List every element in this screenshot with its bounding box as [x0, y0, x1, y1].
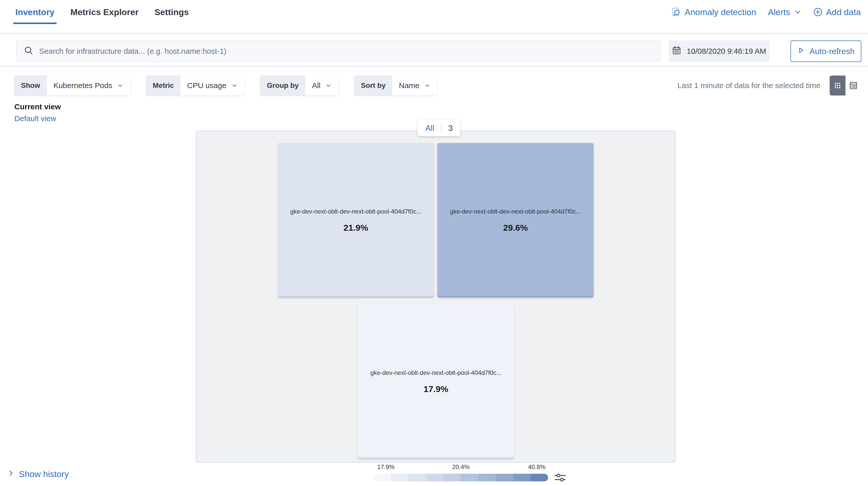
grid-dots-icon	[833, 81, 842, 90]
anomaly-detection-link[interactable]: Anomaly detection	[671, 7, 756, 17]
group-badge-count: 3	[442, 123, 460, 133]
show-filter-dropdown[interactable]: Kubernetes Pods	[47, 76, 130, 95]
gradient-segment	[391, 474, 408, 481]
tab-metrics-explorer[interactable]: Metrics Explorer	[70, 0, 138, 24]
add-data-label: Add data	[826, 7, 861, 17]
infrastructure-inventory-page: Inventory Metrics Explorer Settings Anom…	[0, 0, 868, 486]
legend-options-icon[interactable]	[554, 472, 566, 483]
group-all-badge[interactable]: All 3	[417, 120, 460, 136]
search-row: 10/08/2020 9:46:19 AM Auto-refresh	[0, 40, 868, 62]
anomaly-detection-label: Anomaly detection	[684, 7, 756, 17]
chevron-right-icon	[7, 469, 15, 479]
sort-by-filter-label: Sort by	[354, 76, 392, 95]
legend-labels: 17.9% 20.4% 40.8%	[374, 463, 548, 472]
metric-filter: Metric CPU usage	[146, 76, 244, 95]
tab-settings[interactable]: Settings	[155, 0, 189, 24]
show-history-label: Show history	[19, 469, 69, 479]
search-icon	[24, 46, 33, 57]
color-legend: 17.9% 20.4% 40.8%	[374, 463, 548, 482]
search-input[interactable]	[39, 47, 653, 56]
pod-node-label: gke-dev-next-oblt-dev-next-oblt-pool-404…	[290, 208, 421, 215]
app-tabs: Inventory Metrics Explorer Settings	[16, 0, 189, 24]
pod-node[interactable]: gke-dev-next-oblt-dev-next-oblt-pool-404…	[437, 143, 594, 297]
pod-node-value: 21.9%	[343, 223, 368, 233]
calendar-icon	[672, 46, 681, 57]
default-view-link[interactable]: Default view	[14, 114, 61, 123]
metric-filter-label: Metric	[146, 76, 180, 95]
gradient-segment	[478, 474, 496, 481]
show-filter-label: Show	[14, 76, 47, 95]
group-by-filter: Group by All	[260, 76, 339, 95]
gradient-segment	[513, 474, 531, 481]
plus-circle-icon	[813, 7, 823, 17]
alerts-label: Alerts	[768, 7, 790, 17]
gradient-segment	[443, 474, 461, 481]
group-badge-all-label[interactable]: All	[418, 123, 441, 133]
add-data-link[interactable]: Add data	[813, 7, 861, 17]
chevron-down-icon	[424, 82, 431, 89]
time-range-hint: Last 1 minute of data for the selected t…	[677, 81, 820, 90]
chevron-down-icon	[325, 82, 332, 89]
tab-inventory[interactable]: Inventory	[16, 0, 55, 24]
gradient-segment	[531, 474, 548, 481]
search-box	[16, 40, 660, 62]
map-view-button[interactable]	[830, 76, 845, 95]
legend-label-mid: 20.4%	[452, 463, 470, 470]
chevron-down-icon	[794, 8, 802, 16]
pod-node[interactable]: gke-dev-next-oblt-dev-next-oblt-pool-404…	[358, 304, 514, 459]
group-by-filter-dropdown[interactable]: All	[305, 76, 338, 95]
sort-by-filter-value: Name	[399, 81, 420, 90]
anomaly-detection-icon	[671, 7, 681, 17]
top-nav-actions: Anomaly detection Alerts Add data	[671, 0, 861, 24]
show-filter: Show Kubernetes Pods	[14, 76, 130, 95]
table-view-button[interactable]	[845, 76, 861, 95]
pod-node[interactable]: gke-dev-next-oblt-dev-next-oblt-pool-404…	[278, 143, 434, 297]
sort-by-filter-dropdown[interactable]: Name	[392, 76, 437, 95]
nav-divider	[0, 33, 868, 34]
selected-datetime: 10/08/2020 9:46:19 AM	[687, 47, 766, 56]
current-view-title: Current view	[14, 103, 61, 111]
pod-node-label: gke-dev-next-oblt-dev-next-oblt-pool-404…	[370, 369, 501, 376]
date-picker-button[interactable]: 10/08/2020 9:46:19 AM	[669, 40, 770, 62]
metric-filter-dropdown[interactable]: CPU usage	[180, 76, 244, 95]
view-mode-toggle	[830, 76, 861, 95]
view-info: Current view Default view	[14, 103, 61, 123]
pod-node-value: 17.9%	[424, 384, 448, 394]
chevron-down-icon	[231, 82, 238, 89]
pod-node-label: gke-dev-next-oblt-dev-next-oblt-pool-404…	[450, 208, 581, 215]
filter-row-right: Last 1 minute of data for the selected t…	[677, 76, 861, 95]
filter-row: Show Kubernetes Pods Metric CPU usage Gr…	[14, 76, 861, 95]
metric-filter-value: CPU usage	[187, 81, 226, 90]
gradient-segment	[496, 474, 513, 481]
table-icon	[849, 81, 858, 90]
play-icon	[797, 46, 805, 56]
auto-refresh-button[interactable]: Auto-refresh	[790, 40, 861, 62]
show-filter-value: Kubernetes Pods	[54, 81, 112, 90]
legend-label-min: 17.9%	[377, 463, 395, 470]
auto-refresh-label: Auto-refresh	[809, 47, 855, 56]
search-row-divider	[0, 66, 868, 66]
waffle-map: gke-dev-next-oblt-dev-next-oblt-pool-404…	[196, 131, 676, 463]
pod-node-value: 29.6%	[503, 223, 528, 233]
chevron-down-icon	[117, 82, 124, 89]
gradient-segment	[426, 474, 443, 481]
gradient-segment	[374, 474, 391, 481]
gradient-segment	[408, 474, 426, 481]
legend-label-max: 40.8%	[528, 463, 546, 470]
group-by-filter-label: Group by	[260, 76, 305, 95]
gradient-segment	[461, 474, 478, 481]
top-navigation: Inventory Metrics Explorer Settings Anom…	[0, 0, 868, 34]
group-by-filter-value: All	[312, 81, 320, 90]
legend-gradient-bar	[374, 474, 548, 481]
alerts-menu[interactable]: Alerts	[768, 7, 802, 17]
sort-by-filter: Sort by Name	[354, 76, 438, 95]
show-history-button[interactable]: Show history	[7, 469, 69, 479]
